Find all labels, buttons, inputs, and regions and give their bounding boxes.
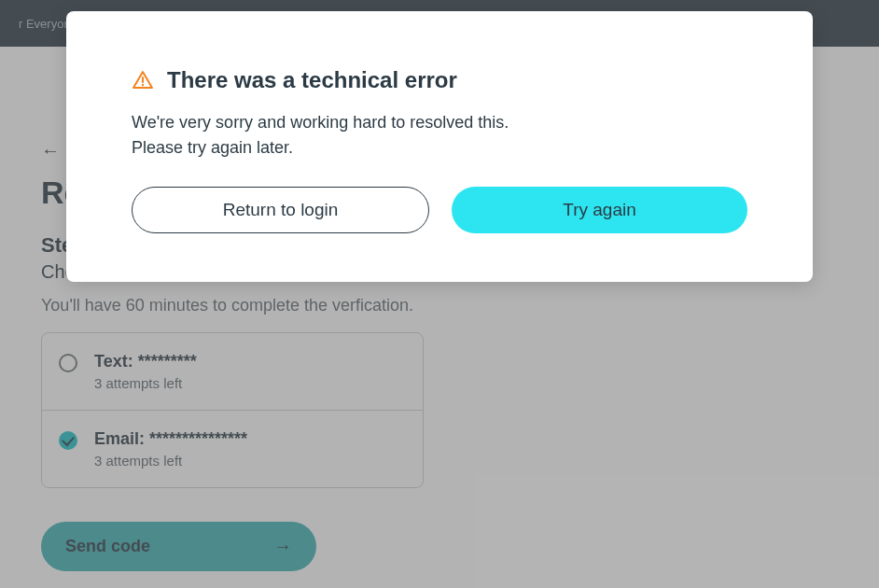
option-text-sms[interactable]: Text: ********* 3 attempts left	[42, 333, 423, 410]
option-content: Email: *************** 3 attempts left	[94, 429, 247, 469]
timing-note: You'll have 60 minutes to complete the v…	[41, 296, 838, 315]
try-again-button[interactable]: Try again	[452, 187, 747, 233]
svg-point-1	[142, 84, 144, 86]
send-code-label: Send code	[65, 537, 150, 556]
modal-title: There was a technical error	[167, 67, 457, 93]
modal-body-line1: We're very sorry and working hard to res…	[132, 113, 509, 132]
option-subtitle: 3 attempts left	[94, 453, 247, 469]
arrow-right-icon: →	[273, 536, 292, 557]
warning-icon	[132, 69, 154, 91]
return-to-login-button[interactable]: Return to login	[132, 187, 429, 233]
option-content: Text: ********* 3 attempts left	[94, 352, 197, 391]
radio-checked-icon	[59, 431, 77, 450]
radio-icon	[59, 354, 77, 372]
send-code-button[interactable]: Send code →	[41, 522, 316, 571]
back-arrow-icon: ←	[41, 141, 60, 160]
option-title: Text: *********	[94, 352, 197, 371]
option-email[interactable]: Email: *************** 3 attempts left	[42, 410, 423, 487]
modal-actions: Return to login Try again	[132, 187, 747, 233]
modal-body: We're very sorry and working hard to res…	[132, 110, 747, 161]
modal-heading: There was a technical error	[132, 67, 747, 93]
option-title: Email: ***************	[94, 429, 247, 449]
verification-options: Text: ********* 3 attempts left Email: *…	[41, 332, 424, 488]
option-subtitle: 3 attempts left	[94, 375, 197, 391]
modal-body-line2: Please try again later.	[132, 138, 293, 157]
error-modal: There was a technical error We're very s…	[66, 11, 813, 282]
